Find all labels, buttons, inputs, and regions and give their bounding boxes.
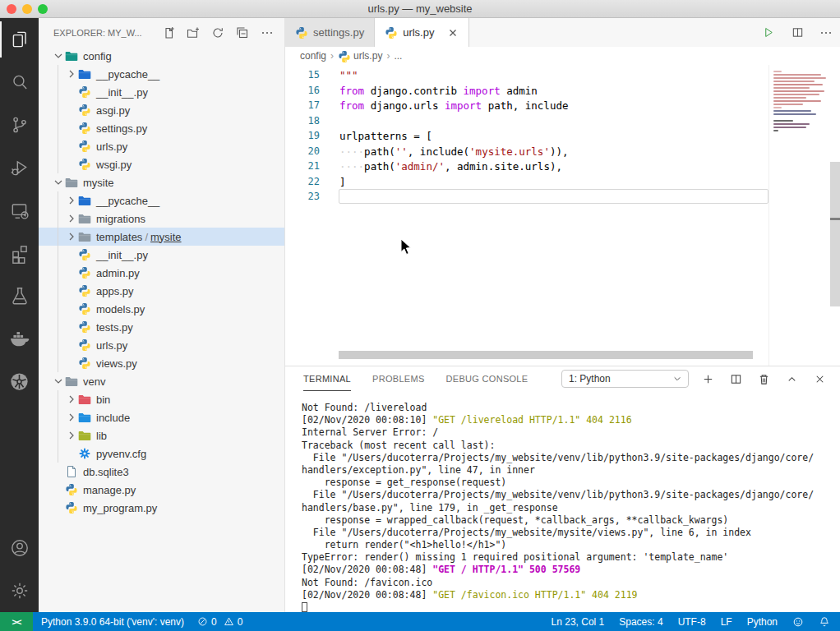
tree-item-include[interactable]: include bbox=[39, 408, 284, 426]
cursor-position-status[interactable]: Ln 23, Col 1 bbox=[552, 616, 605, 628]
activity-source-control-icon[interactable] bbox=[0, 104, 39, 146]
terminal-output[interactable]: Not Found: /livereload[02/Nov/2020 00:08… bbox=[302, 402, 835, 614]
tree-item-venv[interactable]: venv bbox=[39, 372, 284, 390]
kill-terminal-icon[interactable] bbox=[756, 371, 771, 386]
activity-docker-icon[interactable] bbox=[0, 317, 39, 360]
chevron-down-icon[interactable] bbox=[52, 49, 65, 62]
activity-testing-icon[interactable] bbox=[0, 274, 39, 317]
editor-group: settings.py urls.py config › urls.py › .… bbox=[285, 18, 840, 612]
activity-explorer-icon[interactable] bbox=[0, 18, 39, 61]
tree-item-my-program-py[interactable]: my_program.py bbox=[39, 499, 284, 517]
indentation-status[interactable]: Spaces: 4 bbox=[619, 616, 662, 628]
activity-remote-explorer-icon[interactable] bbox=[0, 189, 39, 232]
tree-item-lib[interactable]: lib bbox=[39, 426, 284, 444]
activity-search-icon[interactable] bbox=[0, 61, 39, 104]
tree-item-label: wsgi.py bbox=[96, 159, 132, 171]
close-panel-icon[interactable] bbox=[812, 371, 827, 386]
chevron-right-icon[interactable] bbox=[65, 67, 78, 81]
tab-problems[interactable]: PROBLEMS bbox=[372, 366, 425, 391]
language-mode-status[interactable]: Python bbox=[747, 616, 778, 628]
more-editor-actions-icon[interactable] bbox=[819, 25, 833, 40]
collapse-folders-icon[interactable] bbox=[235, 25, 250, 40]
tree-item-wsgi-py[interactable]: wsgi.py bbox=[39, 155, 284, 173]
minimap[interactable] bbox=[768, 65, 830, 366]
tree-item--pycache-[interactable]: __pycache__ bbox=[39, 191, 284, 210]
more-actions-icon[interactable] bbox=[260, 25, 275, 40]
terminal-select[interactable]: 1: Python bbox=[561, 370, 689, 388]
activity-run-and-debug-icon[interactable] bbox=[0, 146, 39, 189]
tree-item-urls-py[interactable]: urls.py bbox=[39, 137, 284, 155]
close-tab-icon[interactable] bbox=[447, 27, 459, 39]
problems-status[interactable]: 0 0 bbox=[197, 616, 242, 628]
activity-manage-icon[interactable] bbox=[0, 569, 39, 612]
tree-item-models-py[interactable]: models.py bbox=[39, 300, 284, 318]
code-line-15: 15""" bbox=[285, 67, 768, 83]
vertical-scrollbar[interactable] bbox=[830, 162, 840, 306]
tab-urls-py[interactable]: urls.py bbox=[375, 18, 469, 47]
tree-item--pycache-[interactable]: __pycache__ bbox=[39, 65, 284, 83]
error-count: 0 bbox=[211, 616, 217, 628]
line-number: 16 bbox=[285, 85, 320, 96]
tree-item-pyvenv-cfg[interactable]: pyvenv.cfg bbox=[39, 444, 284, 463]
eol-status[interactable]: LF bbox=[721, 616, 732, 628]
notifications-bell-icon[interactable] bbox=[819, 616, 830, 628]
tree-item-templates[interactable]: templates/mysite bbox=[39, 228, 284, 246]
python-interpreter-status[interactable]: Python 3.9.0 64-bit ('venv': venv) bbox=[41, 616, 184, 628]
chevron-right-icon[interactable] bbox=[65, 194, 78, 207]
tree-item-urls-py[interactable]: urls.py bbox=[39, 336, 284, 354]
chevron-right-icon[interactable] bbox=[65, 212, 78, 225]
refresh-explorer-icon[interactable] bbox=[210, 25, 225, 40]
remote-indicator[interactable]: >< bbox=[0, 612, 33, 631]
tree-item-tests-py[interactable]: tests.py bbox=[39, 318, 284, 336]
tree-item-migrations[interactable]: migrations bbox=[39, 210, 284, 228]
folder-icon bbox=[65, 375, 78, 388]
status-bar: >< Python 3.9.0 64-bit ('venv': venv) 0 … bbox=[0, 612, 840, 631]
tree-item-config[interactable]: config bbox=[39, 47, 284, 65]
tree-item--init-py[interactable]: __init__.py bbox=[39, 246, 284, 264]
tab-settings-py[interactable]: settings.py bbox=[285, 18, 375, 47]
split-editor-icon[interactable] bbox=[790, 25, 805, 40]
horizontal-scrollbar[interactable] bbox=[339, 351, 753, 359]
run-python-file-icon[interactable] bbox=[761, 25, 776, 40]
maximize-panel-icon[interactable] bbox=[784, 371, 799, 386]
tree-item-views-py[interactable]: views.py bbox=[39, 354, 284, 372]
breadcrumb-item-file[interactable]: urls.py bbox=[353, 50, 382, 62]
chevron-down-icon[interactable] bbox=[52, 375, 65, 388]
activity-accounts-icon[interactable] bbox=[0, 527, 39, 569]
tree-item-label: migrations bbox=[96, 213, 145, 225]
chevron-right-icon[interactable] bbox=[65, 230, 78, 243]
tree-item-apps-py[interactable]: apps.py bbox=[39, 282, 284, 300]
tab-debug-console[interactable]: DEBUG CONSOLE bbox=[446, 366, 528, 391]
python-icon bbox=[78, 339, 91, 352]
breadcrumb-item-symbol[interactable]: ... bbox=[394, 50, 402, 62]
tree-item-settings-py[interactable]: settings.py bbox=[39, 119, 284, 137]
zoom-window-button[interactable] bbox=[38, 4, 48, 14]
split-terminal-icon[interactable] bbox=[728, 371, 743, 386]
new-folder-icon[interactable] bbox=[186, 25, 201, 40]
tree-item-db-sqlite3[interactable]: db.sqlite3 bbox=[39, 463, 284, 481]
new-file-icon[interactable] bbox=[161, 25, 176, 40]
new-terminal-icon[interactable] bbox=[700, 371, 715, 386]
code-editor[interactable]: 15"""16from django.contrib import admin1… bbox=[285, 65, 840, 366]
chevron-right-icon[interactable] bbox=[65, 393, 78, 406]
tree-item-manage-py[interactable]: manage.py bbox=[39, 481, 284, 499]
breadcrumb-item-config[interactable]: config bbox=[300, 50, 326, 62]
tree-item-admin-py[interactable]: admin.py bbox=[39, 264, 284, 282]
tree-item-asgi-py[interactable]: asgi.py bbox=[39, 101, 284, 119]
feedback-icon[interactable] bbox=[792, 616, 804, 628]
activity-kubernetes-icon[interactable] bbox=[0, 360, 39, 403]
tree-item-label: lib bbox=[96, 430, 107, 442]
tree-item-bin[interactable]: bin bbox=[39, 390, 284, 408]
activity-extensions-icon[interactable] bbox=[0, 232, 39, 274]
line-number: 18 bbox=[285, 115, 320, 127]
chevron-right-icon[interactable] bbox=[65, 429, 78, 442]
tree-item-mysite[interactable]: mysite bbox=[39, 173, 284, 191]
tree-item--init-py[interactable]: __init__.py bbox=[39, 83, 284, 101]
encoding-status[interactable]: UTF-8 bbox=[678, 616, 706, 628]
python-icon bbox=[78, 122, 91, 135]
tab-terminal[interactable]: TERMINAL bbox=[303, 366, 351, 391]
chevron-down-icon[interactable] bbox=[52, 176, 65, 189]
close-window-button[interactable] bbox=[7, 4, 16, 14]
chevron-right-icon[interactable] bbox=[65, 411, 78, 424]
minimize-window-button[interactable] bbox=[22, 4, 32, 14]
